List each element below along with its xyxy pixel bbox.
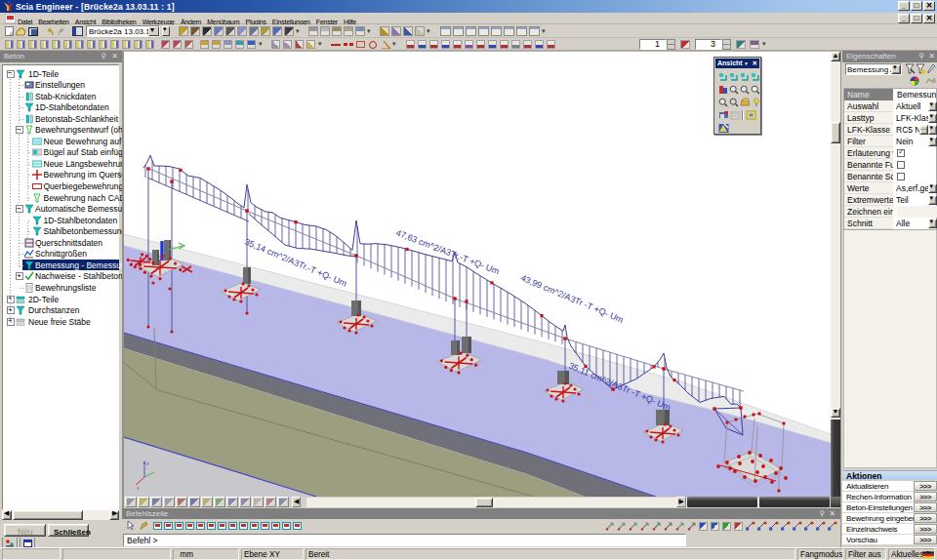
svg-text:z: z [146,460,149,466]
svg-text:43,99 cm^2/A3Tr -T +Q- Um: 43,99 cm^2/A3Tr -T +Q- Um [519,273,625,325]
svg-text:x: x [137,485,140,491]
svg-text:47,63 cm^2/A3Tr.-T +Q- Um: 47,63 cm^2/A3Tr.-T +Q- Um [394,228,501,277]
